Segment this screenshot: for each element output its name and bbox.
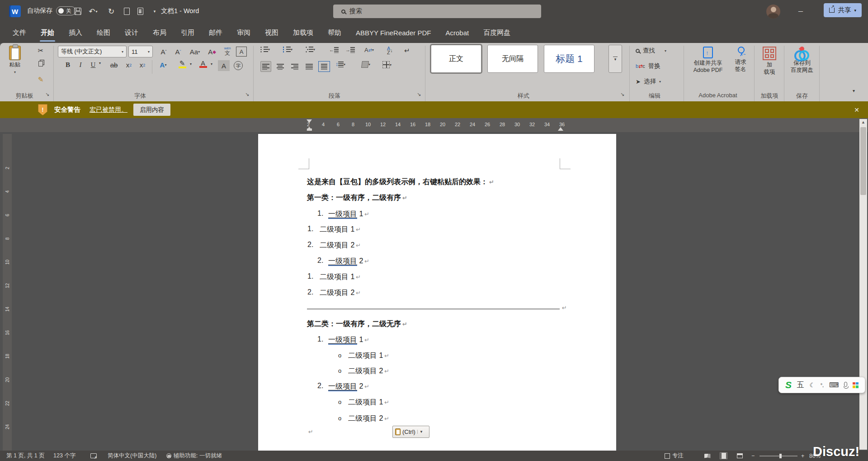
- read-mode-button[interactable]: [703, 452, 711, 459]
- font-dialog-launcher-icon[interactable]: ↘: [245, 91, 249, 97]
- undo-button[interactable]: ↶▾: [87, 5, 99, 18]
- doc-line[interactable]: 2.一级项目 2↵: [258, 382, 616, 393]
- tab-design[interactable]: 设计: [118, 23, 145, 43]
- clipboard-dialog-launcher-icon[interactable]: ↘: [45, 91, 49, 97]
- cut-button[interactable]: ✂: [34, 47, 47, 55]
- request-signature-button[interactable]: 请求签名: [730, 47, 751, 73]
- paragraph-dialog-launcher-icon[interactable]: ↘: [417, 91, 421, 97]
- style-card-2[interactable]: 标题 1: [544, 45, 594, 73]
- page-count[interactable]: 第 1 页, 共 1 页: [6, 452, 45, 460]
- tab-abbyy[interactable]: ABBYY FineReader PDF: [349, 23, 437, 43]
- asian-layout-button[interactable]: A⇄▾: [364, 47, 374, 53]
- word-logo-icon[interactable]: W: [9, 5, 21, 17]
- subscript-button[interactable]: x2: [123, 61, 135, 69]
- align-left-button[interactable]: [260, 61, 271, 72]
- sogou-logo-icon[interactable]: S: [785, 380, 792, 390]
- zoom-slider-thumb[interactable]: [779, 454, 782, 458]
- tab-layout[interactable]: 布局: [146, 23, 173, 43]
- styles-dialog-launcher-icon[interactable]: ↘: [620, 91, 624, 97]
- justify-button[interactable]: [304, 61, 315, 72]
- tab-baidu[interactable]: 百度网盘: [477, 23, 517, 43]
- paste-options-button[interactable]: (Ctrl) ▼: [392, 426, 429, 438]
- left-indent-marker[interactable]: [307, 128, 312, 131]
- find-button[interactable]: 查找▾: [636, 47, 666, 55]
- voice-input-icon[interactable]: [844, 382, 847, 387]
- superscript-button[interactable]: x2: [137, 61, 148, 69]
- numbering-button[interactable]: ▾: [283, 47, 292, 52]
- clear-formatting-button[interactable]: A◆: [206, 46, 218, 57]
- sogou-ime-bar[interactable]: S 五 ☾ °, ⌨: [778, 377, 865, 393]
- doc-line[interactable]: 1.二级项目 1↵: [258, 272, 616, 283]
- style-card-0[interactable]: 正文: [431, 45, 481, 73]
- underlined-text[interactable]: 一级项目: [328, 257, 357, 266]
- bold-button[interactable]: B: [62, 61, 73, 69]
- underlined-text[interactable]: 一级项目: [328, 382, 357, 391]
- underlined-text[interactable]: 一级项目: [328, 210, 357, 219]
- share-button[interactable]: 共享 ▾: [824, 3, 862, 17]
- save-to-baidu-button[interactable]: 保存到百度网盘: [788, 47, 816, 74]
- new-document-button[interactable]: [120, 5, 133, 18]
- replace-button[interactable]: b⇄c替换: [636, 62, 660, 70]
- tab-draw[interactable]: 绘图: [90, 23, 117, 43]
- toolbox-grid-icon[interactable]: [853, 382, 859, 388]
- doc-line[interactable]: 2.二级项目 2↵: [258, 241, 616, 252]
- vertical-ruler[interactable]: 24681012141618202224: [3, 134, 12, 451]
- doc-line[interactable]: o二级项目 1↵: [258, 398, 616, 409]
- tab-insert[interactable]: 插入: [62, 23, 89, 43]
- search-input[interactable]: 搜索: [333, 5, 541, 18]
- line-spacing-button[interactable]: ↕▾: [335, 61, 345, 67]
- underlined-text[interactable]: 一级项目: [328, 336, 357, 345]
- format-painter-button[interactable]: ✎: [34, 76, 47, 84]
- vertical-scrollbar[interactable]: ▲: [859, 119, 867, 450]
- font-size-combo[interactable]: 11▾: [128, 46, 153, 57]
- zoom-slider[interactable]: [760, 456, 797, 456]
- avatar[interactable]: [766, 5, 780, 19]
- style-card-1[interactable]: 无间隔: [487, 45, 538, 73]
- collapse-ribbon-button[interactable]: ▾: [853, 88, 855, 93]
- enclose-characters-button[interactable]: 字: [232, 60, 244, 71]
- doc-line[interactable]: o二级项目 2↵: [258, 366, 616, 377]
- increase-indent-button[interactable]: →: [345, 47, 355, 53]
- autosave-control[interactable]: 自动保存 关: [27, 6, 76, 15]
- tab-home[interactable]: 开始: [34, 23, 61, 43]
- font-name-combo[interactable]: 等线 (中文正文)▾: [58, 46, 127, 57]
- doc-line[interactable]: ↵: [258, 304, 616, 315]
- font-color-button[interactable]: A: [196, 59, 210, 68]
- tab-help[interactable]: 帮助: [321, 23, 348, 43]
- zoom-out-button[interactable]: −: [751, 453, 755, 459]
- warning-link[interactable]: 宏已被禁用。: [90, 106, 127, 114]
- doc-line[interactable]: 1.一级项目 1↵: [258, 335, 616, 346]
- scrollbar-thumb[interactable]: [860, 127, 866, 195]
- keyboard-icon[interactable]: ⌨: [829, 381, 839, 389]
- sort-button[interactable]: AZ↓: [387, 47, 393, 55]
- grow-font-button[interactable]: Aˆ: [157, 46, 170, 57]
- tab-review[interactable]: 审阅: [231, 23, 257, 43]
- proofing-status-icon[interactable]: [90, 453, 97, 458]
- ime-mode-button[interactable]: 五: [797, 380, 804, 390]
- focus-button[interactable]: 专注: [665, 452, 684, 460]
- tab-addins[interactable]: 加载项: [287, 23, 320, 43]
- highlight-color-button[interactable]: ✎: [175, 59, 190, 68]
- align-center-button[interactable]: [275, 61, 286, 72]
- styles-more-button[interactable]: ▾: [609, 45, 622, 73]
- print-preview-button[interactable]: [134, 5, 146, 18]
- tab-file[interactable]: 文件: [6, 23, 33, 43]
- italic-button[interactable]: I: [75, 61, 86, 69]
- paste-button[interactable]: 粘贴 ▾: [9, 46, 21, 75]
- word-count[interactable]: 123 个字: [53, 452, 75, 460]
- tab-mailings[interactable]: 邮件: [203, 23, 229, 43]
- font-color-menu[interactable]: ▾: [209, 62, 214, 66]
- zoom-in-button[interactable]: +: [801, 453, 804, 459]
- doc-line[interactable]: 第一类：一级有序，二级有序↵: [258, 193, 616, 204]
- text-effects-button[interactable]: A▾: [156, 61, 170, 69]
- shrink-font-button[interactable]: Aˇ: [172, 46, 184, 57]
- show-marks-button[interactable]: ↵: [404, 47, 410, 55]
- redo-button[interactable]: ↻: [105, 5, 118, 18]
- bullets-button[interactable]: ▾: [260, 47, 270, 52]
- print-layout-button[interactable]: [720, 452, 727, 459]
- shading-button[interactable]: ▾: [362, 61, 370, 68]
- doc-line[interactable]: 2.二级项目 2↵: [258, 288, 616, 299]
- horizontal-ruler[interactable]: 24681012141618202224262830323436: [0, 118, 868, 132]
- document-page[interactable]: 这是来自【豆包】的多级列表示例，右键粘贴后的效果：↵第一类：一级有序，二级有序↵…: [258, 134, 616, 451]
- highlight-menu[interactable]: ▾: [188, 62, 193, 66]
